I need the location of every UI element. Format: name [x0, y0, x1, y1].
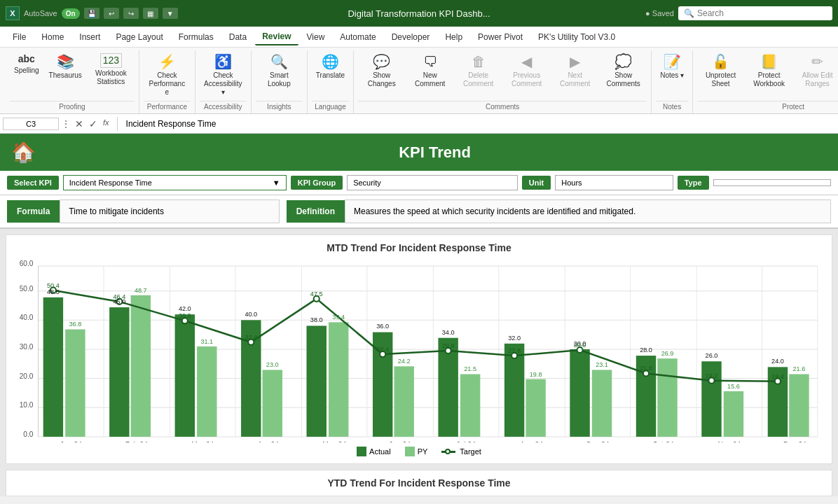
search-input[interactable] — [697, 8, 827, 18]
formula-icons: ✕ ✓ fx — [73, 117, 111, 131]
menu-view[interactable]: View — [300, 29, 332, 45]
svg-text:28.0: 28.0 — [640, 346, 652, 354]
legend-actual: Actual — [357, 447, 391, 456]
svg-text:15.6: 15.6 — [727, 383, 740, 390]
svg-text:34.0: 34.0 — [442, 329, 455, 336]
svg-text:Dec-24: Dec-24 — [783, 441, 806, 442]
definition-value: Measures the speed at which security inc… — [345, 200, 831, 223]
kpi-dropdown-arrow: ▼ — [273, 178, 280, 187]
svg-text:19.8: 19.8 — [530, 371, 542, 378]
smart-lookup-button[interactable]: 🔍 Smart Lookup — [256, 50, 303, 91]
formula-input[interactable] — [123, 118, 835, 130]
unprotect-sheet-label: Unprotect Sheet — [701, 71, 740, 88]
menu-insert[interactable]: Insert — [72, 29, 107, 45]
definition-block: Definition Measures the speed at which s… — [287, 200, 831, 223]
notes-button[interactable]: 📝 Notes ▾ — [656, 50, 688, 83]
cell-options-icon[interactable]: ⋮ — [62, 119, 70, 129]
select-kpi-dropdown[interactable]: Incident Response Time ▼ — [63, 175, 287, 190]
check-performance-button[interactable]: ⚡ Check Performance — [144, 50, 191, 99]
show-changes-button[interactable]: 💬 Show Changes — [358, 50, 405, 91]
svg-text:50.0: 50.0 — [20, 285, 34, 293]
bar-actual-feb — [109, 307, 129, 437]
type-value — [713, 179, 831, 186]
workbook-statistics-button[interactable]: 123 Workbook Statistics — [88, 50, 135, 89]
check-accessibility-button[interactable]: ♿ Check Accessibility ▾ — [200, 50, 247, 99]
new-comment-button[interactable]: 🗨 New Comment — [406, 50, 453, 91]
svg-text:42.0: 42.0 — [179, 305, 191, 312]
accessibility-group-label: Accessibility — [200, 101, 247, 111]
new-comment-label: New Comment — [411, 71, 449, 88]
show-comments-label: Show Comments — [604, 71, 643, 88]
menu-formulas[interactable]: Formulas — [172, 29, 221, 45]
cancel-formula-icon[interactable]: ✕ — [73, 117, 85, 131]
bar-actual-jan — [43, 298, 63, 437]
svg-text:May-24: May-24 — [322, 441, 346, 442]
bar-py-jul — [460, 374, 480, 437]
svg-text:50.4: 50.4 — [47, 282, 60, 289]
legend-actual-label: Actual — [369, 447, 391, 456]
unprotect-sheet-button[interactable]: 🔓 Unprotect Sheet — [697, 50, 744, 91]
definition-tag: Definition — [287, 200, 345, 223]
svg-text:30.0: 30.0 — [20, 343, 34, 351]
menu-developer[interactable]: Developer — [385, 29, 437, 45]
redo-icon[interactable]: ↪ — [123, 8, 139, 19]
more-tools-icon[interactable]: ▼ — [163, 8, 178, 19]
protect-group-label: Protect — [697, 101, 838, 111]
select-kpi-label: Select KPI — [7, 176, 59, 190]
previous-comment-button: ◀ Previous Comment — [503, 50, 550, 91]
spelling-button[interactable]: abc Spelling — [10, 50, 43, 78]
protect-workbook-button[interactable]: 📒 Protect Workbook — [746, 50, 792, 91]
svg-text:60.0: 60.0 — [20, 260, 34, 267]
svg-text:21.6: 21.6 — [793, 365, 806, 372]
title-bar-left: X AutoSave On 💾 ↩ ↪ ▦ ▼ — [6, 6, 210, 20]
undo-icon[interactable]: ↩ — [104, 8, 119, 19]
mtd-chart-title: MTD Trend For Incident Response Time — [13, 242, 825, 253]
bar-py-dec — [789, 374, 809, 437]
smart-lookup-icon: 🔍 — [270, 53, 288, 70]
next-comment-button: ▶ Next Comment — [551, 50, 598, 91]
svg-text:Nov-24: Nov-24 — [718, 441, 741, 442]
ribbon-group-insights: 🔍 Smart Lookup Insights — [252, 50, 308, 113]
chart-container: 0.0 10.0 20.0 30.0 40.0 50.0 60.0 — [13, 260, 825, 442]
menu-pk-utility[interactable]: PK's Utility Tool V3.0 — [531, 29, 622, 45]
svg-text:48.7: 48.7 — [135, 287, 147, 294]
performance-label: Check Performance — [148, 71, 186, 97]
insert-function-icon[interactable]: fx — [101, 117, 111, 131]
accessibility-items: ♿ Check Accessibility ▾ — [200, 50, 247, 99]
bar-py-jan — [65, 330, 85, 437]
new-comment-icon: 🗨 — [423, 53, 437, 70]
ribbon-group-notes: 📝 Notes ▾ Notes — [652, 50, 693, 113]
delete-comment-button: 🗑 Delete Comment — [455, 50, 502, 91]
grid-icon[interactable]: ▦ — [143, 8, 158, 19]
show-comments-button[interactable]: 💭 Show Comments — [600, 50, 647, 91]
save-icon[interactable]: 💾 — [84, 8, 99, 19]
menu-page-layout[interactable]: Page Layout — [109, 29, 170, 45]
menu-help[interactable]: Help — [438, 29, 469, 45]
svg-text:46.4: 46.4 — [113, 293, 125, 300]
thesaurus-icon: 📚 — [57, 53, 74, 70]
menu-power-pivot[interactable]: Power Pivot — [471, 29, 530, 45]
menu-file[interactable]: File — [6, 29, 33, 45]
menu-automate[interactable]: Automate — [333, 29, 383, 45]
svg-text:48.0: 48.0 — [47, 288, 60, 295]
confirm-formula-icon[interactable]: ✓ — [87, 117, 99, 131]
performance-items: ⚡ Check Performance — [144, 50, 191, 99]
legend-target-label: Target — [460, 447, 481, 456]
menu-review[interactable]: Review — [255, 29, 298, 46]
svg-text:38.0: 38.0 — [310, 316, 323, 323]
cell-reference[interactable]: C3 — [3, 118, 59, 130]
translate-button[interactable]: 🌐 Translate — [312, 50, 349, 83]
menu-data[interactable]: Data — [222, 29, 254, 45]
svg-text:31.1: 31.1 — [200, 338, 213, 345]
search-box[interactable]: 🔍 — [678, 6, 832, 20]
autosave-toggle[interactable]: On — [62, 8, 80, 19]
formula-tag: Formula — [7, 200, 60, 223]
menu-home[interactable]: Home — [34, 29, 71, 45]
delete-comment-label: Delete Comment — [459, 71, 497, 88]
file-name: Digital Transformation KPI Dashb... — [215, 8, 623, 19]
thesaurus-button[interactable]: 📚 Thesaurus — [45, 50, 86, 83]
svg-text:39.9: 39.9 — [179, 312, 191, 319]
formula-value: Time to mitigate incidents — [60, 200, 279, 223]
home-icon: 🏠 — [11, 141, 36, 164]
excel-logo: X — [6, 6, 20, 20]
